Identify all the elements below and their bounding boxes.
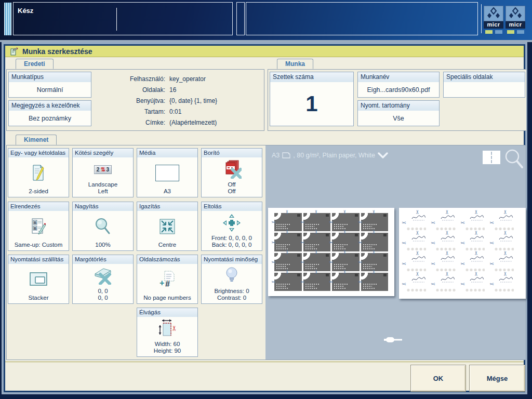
preview-magnifier-icon[interactable] xyxy=(503,148,524,172)
card-text-lines xyxy=(363,243,380,249)
crop-scissors-icon: ✂ xyxy=(503,271,508,275)
tab-kimenet: Kimenet xyxy=(16,135,57,145)
preview-page-back[interactable]: ✂ ✂ ✂ ✂ ✂ ✂ ✂ ✂ ✂ ✂ xyxy=(399,208,526,299)
business-card-front: ✂ ✂ xyxy=(361,273,389,291)
print-range-button[interactable]: Nyomt. tartomány Vše xyxy=(357,100,440,126)
micr-logo[interactable]: micr xyxy=(506,6,525,34)
business-card-front: ✂ ✂ xyxy=(303,213,331,231)
print-quality-button[interactable]: Nyomtatási minőség Brightness: 0Contrast… xyxy=(201,255,262,304)
crop-scissors-icon: ✂ xyxy=(503,230,508,234)
crop-scissors-icon: ✂ xyxy=(371,230,377,234)
business-card-front: ✂ ✂ xyxy=(332,213,360,231)
crop-scissors-icon: ✂ xyxy=(460,261,464,266)
info-row: Oldalak:16 xyxy=(103,85,217,96)
crop-scissors-icon: ✂ xyxy=(415,251,420,255)
layout-button[interactable]: Elrendezés B B Same-up: Custom xyxy=(8,202,69,251)
signature-squiggle xyxy=(440,276,456,283)
preview-media-selector[interactable]: A3 , 80 g/m², Plain paper, White xyxy=(272,152,388,159)
chevron-down-icon[interactable] xyxy=(378,152,388,158)
align-centre-icon xyxy=(137,211,197,242)
cancel-button[interactable]: Mégse xyxy=(469,365,525,392)
set-count-label: Szettek száma xyxy=(270,72,353,82)
crop-scissors-icon: ✂ xyxy=(314,270,319,274)
crop-scissors-icon: ✂ xyxy=(371,270,377,274)
crop-scissors-icon: ✂ xyxy=(358,219,362,224)
margin-erase-button[interactable]: Margótörlés 0, 00, 0 xyxy=(72,255,134,304)
job-type-button[interactable]: Munkatípus Normální xyxy=(8,72,91,98)
special-pages-value xyxy=(444,82,525,97)
card-logo-mark xyxy=(326,234,329,236)
card-text-lines xyxy=(334,283,351,289)
card-dots-row xyxy=(494,288,514,292)
card-logo-mark xyxy=(355,234,358,236)
business-card-back: ✂ ✂ xyxy=(463,234,491,253)
footer-divider xyxy=(5,362,524,362)
print-preview-area: A3 , 80 g/m², Plain paper, White xyxy=(265,145,526,360)
crop-scissors-icon: ✂ xyxy=(285,230,290,234)
zoom-ratio-button[interactable]: Nagyítás 100% xyxy=(72,202,134,251)
magnifier-icon xyxy=(73,211,133,242)
spread-view-icon[interactable] xyxy=(483,151,500,164)
crop-scissors-icon: ✂ xyxy=(415,230,420,234)
business-card-front: ✂ ✂ xyxy=(361,253,389,271)
crop-scissors-icon: ✂ xyxy=(285,249,290,254)
layout-icon: B B xyxy=(8,211,69,242)
crop-scissors-icon: ✂ xyxy=(314,249,319,254)
print-range-label: Nyomt. tartomány xyxy=(358,101,439,111)
card-dots-row xyxy=(494,227,514,231)
top-status-bar: Kész micr micr xyxy=(0,0,532,40)
paper-sheet-icon xyxy=(282,152,290,158)
ok-button[interactable]: OK xyxy=(410,365,466,392)
business-card-front: ✂ ✂ xyxy=(303,273,331,291)
sides-button[interactable]: Egy- vagy kétoldalas 2-sided xyxy=(8,148,69,197)
svg-text:B: B xyxy=(34,227,36,230)
set-count-value: 1 xyxy=(270,82,353,126)
card-logo-mark xyxy=(383,214,387,217)
card-logo-mark xyxy=(297,234,300,236)
business-card-front: ✂ ✂ xyxy=(303,253,331,271)
business-card-back: ✂ ✂ xyxy=(405,254,432,273)
edge-trim-button[interactable]: Élvágás ✂ Width: 60Height: 90 xyxy=(137,308,198,357)
shift-button[interactable]: Eltolás Front: 0, 0, 0, 0Back: 0, 0, 0, … xyxy=(201,202,262,251)
set-count-button[interactable]: Szettek száma 1 xyxy=(270,72,354,126)
crop-scissors-icon: ✂ xyxy=(445,251,450,255)
crop-scissors-icon: ✂ xyxy=(329,219,333,224)
card-text-lines xyxy=(276,263,294,269)
crop-scissors-icon: ✂ xyxy=(314,230,319,234)
output-panel-body: Egy- vagy kétoldalas 2-sided Kötési szeg… xyxy=(6,145,526,360)
crop-scissors-icon: ✂ xyxy=(460,281,464,286)
binding-edge-button[interactable]: Kötési szegély 2⇅3 LandscapeLeft xyxy=(72,148,134,197)
card-text-lines xyxy=(334,263,351,269)
crop-scissors-icon: ✂ xyxy=(342,249,348,254)
crop-scissors-icon: ✂ xyxy=(342,270,348,274)
card-logo-mark xyxy=(355,274,358,276)
info-row: Benyújtva:{0, date} {1, time} xyxy=(103,96,217,107)
job-info-list: Felhasználó:key_operator Oldalak:16 Beny… xyxy=(103,74,217,128)
crop-scissors-icon: ✂ xyxy=(489,240,494,245)
preview-page-front[interactable]: ✂ ✂ ✂ ✂ ✂ ✂ ✂ ✂ ✂ ✂ xyxy=(268,208,394,296)
crop-scissors-icon: ✂ xyxy=(342,230,348,234)
job-name-value: Eigh...cards90x60.pdf xyxy=(358,82,439,97)
job-name-button[interactable]: Munkanév Eigh...cards90x60.pdf xyxy=(357,72,440,98)
card-dots-row xyxy=(465,288,485,292)
business-card-front: ✂ ✂ xyxy=(303,233,331,251)
top-bar-divider xyxy=(481,4,482,33)
card-text-lines xyxy=(276,283,294,289)
operator-note-button[interactable]: Megjegyzés a kezelőnek Bez poznámky xyxy=(8,100,91,126)
cover-button[interactable]: Borító OffOff xyxy=(201,148,262,197)
alignment-button[interactable]: Igazítás Centre xyxy=(137,202,198,251)
crop-scissors-icon: ✂ xyxy=(489,281,494,286)
crop-scissors-icon: ✂ xyxy=(329,240,333,245)
status-section-divider xyxy=(116,8,117,31)
media-button[interactable]: Média A3 xyxy=(137,148,198,197)
business-card-back: ✂ ✂ xyxy=(493,275,520,294)
crop-scissors-icon: ✂ xyxy=(358,240,362,245)
special-pages-button[interactable]: Speciális oldalak xyxy=(443,72,525,98)
page-numbering-button[interactable]: Oldalszámozás + # No page numbers xyxy=(137,255,198,304)
barcode-stripes-decoration xyxy=(4,3,11,35)
micr-logo[interactable]: micr xyxy=(484,6,503,34)
output-delivery-button[interactable]: Nyomtatási szállítás Stacker xyxy=(8,255,69,304)
original-panel: Eredeti Munkatípus Normální Megjegyzés a… xyxy=(6,59,264,131)
card-text-lines xyxy=(363,223,380,229)
crop-scissors-icon: ✂ xyxy=(371,210,377,214)
